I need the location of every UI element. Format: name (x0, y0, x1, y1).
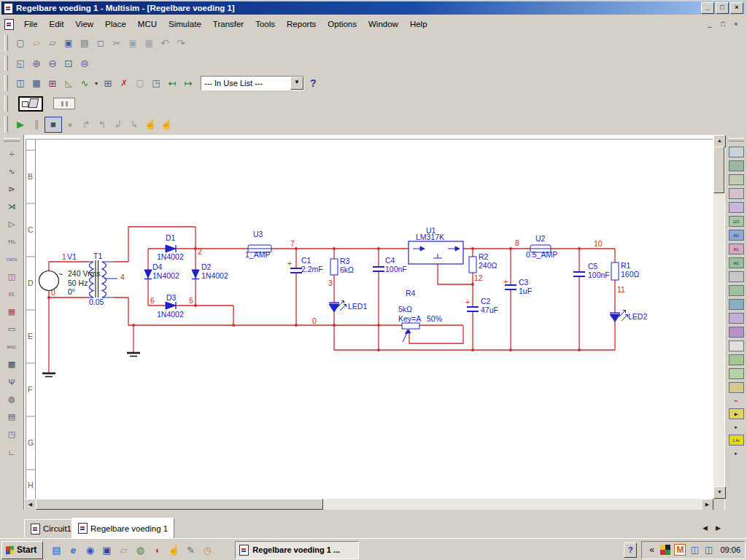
place-electromechanical-icon[interactable]: ◍ (4, 392, 20, 406)
toolbar-grip[interactable] (4, 75, 8, 91)
component-r3[interactable] (330, 259, 338, 275)
backannotate-icon[interactable]: ↤ (164, 76, 180, 90)
menu-reports[interactable]: Reports (281, 18, 322, 30)
restore-button[interactable]: □ (716, 2, 729, 14)
print-preview-icon[interactable]: ◻ (93, 36, 109, 50)
new-icon[interactable]: ▢ (12, 36, 28, 50)
word-generator-icon[interactable] (729, 382, 744, 393)
step-out-icon[interactable]: ↲ (110, 117, 126, 132)
run-icon[interactable]: ▶ (12, 117, 28, 132)
hierarchy-icon[interactable]: ◫ (12, 76, 28, 90)
open-icon[interactable]: ▱ (28, 36, 44, 50)
current-probe-icon[interactable]: ⌁ (729, 396, 743, 405)
component-t1[interactable] (89, 260, 117, 298)
place-rf-icon[interactable]: Ψ (4, 375, 20, 389)
tektronix-oscilloscope-icon[interactable] (729, 271, 744, 282)
run-stop-switch[interactable] (18, 96, 43, 112)
place-basic-icon[interactable]: ∿ (4, 165, 20, 179)
place-ttl-icon[interactable]: TTL (4, 235, 20, 249)
start-button[interactable]: Start (1, 541, 43, 559)
copy-icon[interactable]: ▣ (125, 36, 141, 50)
multimeter-icon[interactable] (729, 147, 744, 158)
zoom-in-icon[interactable]: ⊕ (28, 56, 44, 71)
database-manager-icon[interactable]: ⊞ (44, 76, 61, 90)
stop-icon[interactable]: ■ (44, 117, 62, 133)
place-peripherals-icon[interactable]: ▩ (4, 357, 20, 371)
menu-file[interactable]: File (18, 18, 44, 30)
color-grid-tray-icon[interactable] (660, 545, 670, 555)
place-diode-icon[interactable]: ⊳ (4, 182, 20, 196)
component-c2[interactable] (467, 307, 479, 311)
taskbar-window-button[interactable]: Regelbare voeding 1 ... (235, 541, 359, 559)
menu-help[interactable]: Help (404, 18, 433, 30)
place-power-icon[interactable]: ▭ (4, 322, 20, 336)
record-icon[interactable]: ● (62, 117, 78, 132)
zoom-area-icon[interactable]: ⊡ (61, 56, 77, 71)
media-player-icon[interactable]: ◉ (84, 543, 96, 556)
schematic-workspace[interactable]: BCDEFGH1V1~240 Vrms50 Hz0°0T10.054D11N40… (24, 135, 713, 499)
clock-app-icon[interactable]: ◷ (201, 543, 213, 556)
component-u1[interactable] (409, 241, 463, 264)
schematic-canvas[interactable]: BCDEFGH1V1~240 Vrms50 Hz0°0T10.054D11N40… (24, 135, 713, 499)
component-c5[interactable] (573, 272, 585, 276)
labview-instrument-icon[interactable]: ▶ (729, 408, 744, 419)
cut-icon[interactable]: ✂ (109, 36, 125, 50)
menu-edit[interactable]: Edit (44, 18, 70, 30)
in-use-list-combo[interactable]: --- In Use List --- ▼ (201, 76, 304, 90)
spreadsheet-icon[interactable]: ▦ (28, 76, 44, 90)
agilent-oscilloscope-icon[interactable]: AG (729, 257, 744, 268)
labview-flyout-arrow[interactable]: ▸ (729, 422, 743, 432)
function-generator-icon[interactable] (729, 160, 744, 171)
component-r1[interactable] (611, 262, 619, 280)
hand-icon[interactable]: ☝ (168, 543, 179, 556)
grapher-icon[interactable]: ∿ (77, 76, 93, 90)
zoom-fit-icon[interactable]: ⊜ (77, 56, 93, 71)
agilent-multimeter-icon[interactable]: AG (729, 244, 744, 254)
component-d3[interactable] (166, 302, 176, 309)
place-analog-icon[interactable]: ▷ (4, 217, 20, 231)
pause-icon[interactable]: ∥ (28, 117, 44, 132)
tab-scroll-left-arrow[interactable]: ◀ (703, 524, 708, 532)
oscilloscope-icon[interactable] (729, 188, 744, 199)
step-into-icon[interactable]: ↱ (78, 117, 94, 132)
horizontal-scrollbar[interactable]: ◀ ▶ (24, 499, 713, 510)
four-channel-oscilloscope-icon[interactable] (729, 202, 744, 213)
menu-mcu[interactable]: MCU (132, 18, 163, 30)
menu-simulate[interactable]: Simulate (163, 18, 207, 30)
open-samples-icon[interactable]: ▱ (44, 36, 61, 50)
network-tray-icon[interactable]: ◫ (703, 545, 713, 555)
place-mixed-icon[interactable]: 01 (4, 287, 20, 301)
component-r4[interactable] (402, 323, 419, 342)
scroll-up-arrow[interactable]: ▲ (713, 135, 726, 147)
mdi-minimize-button[interactable]: _ (705, 20, 715, 29)
place-misc-icon[interactable]: MISC (4, 340, 20, 354)
remove-breakpoint-icon[interactable]: ☝ (158, 117, 174, 132)
red-app-icon[interactable]: ◖ (151, 543, 163, 556)
capture-area-icon[interactable]: ▢ (132, 76, 148, 90)
component-v1[interactable] (39, 271, 59, 291)
menu-window[interactable]: Window (363, 18, 404, 30)
wattmeter-icon[interactable] (729, 174, 744, 185)
grapher-dropdown-arrow[interactable]: ▾ (93, 76, 100, 90)
toolbar-grip[interactable] (4, 138, 20, 141)
place-bus-icon[interactable]: ∟ (4, 445, 20, 459)
run-to-cursor-icon[interactable]: ↳ (126, 117, 142, 132)
agilent-function-generator-icon[interactable]: AG (729, 230, 744, 241)
step-over-icon[interactable]: ↰ (94, 117, 110, 132)
component-led1[interactable] (329, 301, 347, 313)
ground-symbol[interactable] (42, 353, 140, 377)
place-mcu-icon[interactable]: ▤ (4, 410, 20, 424)
floppy-icon[interactable]: ▣ (101, 543, 112, 556)
frequency-counter-icon[interactable]: 123 (729, 216, 744, 227)
paste-icon[interactable]: ▦ (141, 36, 157, 50)
place-cmos-icon[interactable]: CMOS (4, 252, 20, 266)
print-icon[interactable]: ▤ (77, 36, 93, 50)
place-transistor-icon[interactable]: ⋊ (4, 200, 20, 214)
show-desktop-icon[interactable]: ▤ (50, 543, 62, 556)
place-misc-digital-icon[interactable]: ◫ (4, 270, 20, 284)
spectrum-analyzer-icon[interactable] (729, 299, 744, 310)
zoom-out-icon[interactable]: ⊖ (44, 56, 61, 71)
component-c4[interactable] (373, 267, 384, 271)
postprocessor-icon[interactable]: ⊞ (100, 76, 116, 90)
component-d2[interactable] (192, 270, 199, 279)
